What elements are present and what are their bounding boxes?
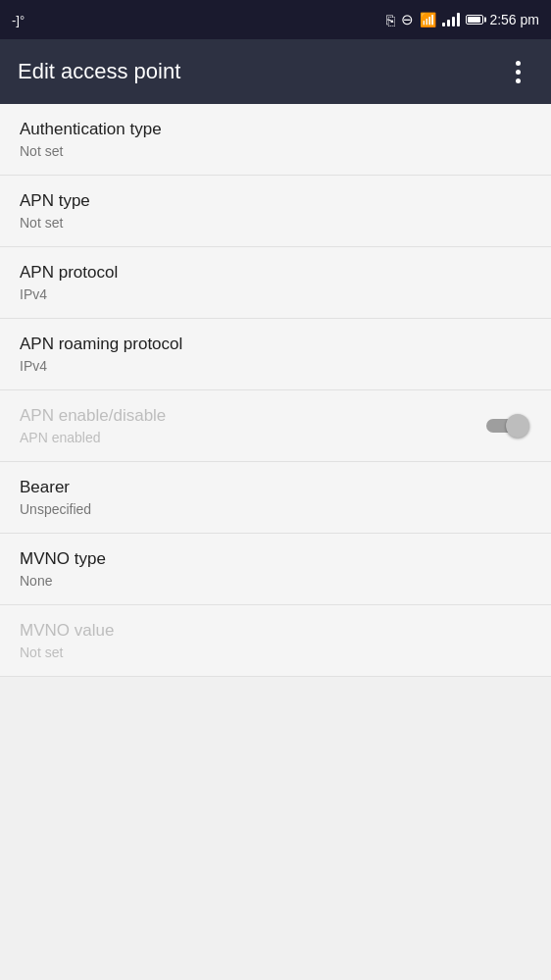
list-item-value-mvno-value: Not set: [20, 645, 531, 660]
list-item-text-mvno-value: MVNO valueNot set: [20, 621, 531, 660]
list-item-label-mvno-type: MVNO type: [20, 549, 531, 569]
list-item-apn-protocol[interactable]: APN protocolIPv4: [0, 247, 551, 319]
list-item-label-authentication-type: Authentication type: [20, 120, 531, 139]
list-item-text-apn-type: APN typeNot set: [20, 191, 531, 231]
header: Edit access point: [0, 39, 551, 104]
list-item-label-apn-type: APN type: [20, 191, 531, 211]
list-item-value-bearer: Unspecified: [20, 501, 531, 517]
list-item-text-authentication-type: Authentication typeNot set: [20, 120, 531, 159]
list-item-label-apn-roaming-protocol: APN roaming protocol: [20, 335, 531, 354]
list-item-value-mvno-type: None: [20, 573, 531, 589]
status-bar-left: -]°: [12, 13, 25, 27]
list-item-authentication-type[interactable]: Authentication typeNot set: [0, 104, 551, 176]
list-item-text-apn-protocol: APN protocolIPv4: [20, 263, 531, 302]
list-item-apn-roaming-protocol[interactable]: APN roaming protocolIPv4: [0, 319, 551, 390]
menu-dot-3: [516, 78, 521, 83]
toggle-container-apn-enable-disable: [480, 411, 531, 440]
status-bar-right: ⎘ ⊖ 📶 2:56 pm: [386, 11, 539, 28]
list-item-value-apn-enable-disable: APN enabled: [20, 430, 480, 445]
status-bar: -]° ⎘ ⊖ 📶 2:56 pm: [0, 0, 551, 39]
list-item-label-apn-enable-disable: APN enable/disable: [20, 406, 480, 426]
list-item-value-apn-roaming-protocol: IPv4: [20, 358, 531, 374]
settings-list: Authentication typeNot setAPN typeNot se…: [0, 104, 551, 677]
list-item-value-apn-type: Not set: [20, 215, 531, 231]
toggle-thumb-apn-enable-disable: [506, 414, 529, 438]
menu-dot-2: [516, 70, 521, 75]
minus-circle-icon: ⊖: [401, 11, 414, 28]
list-item-apn-type[interactable]: APN typeNot set: [0, 176, 551, 247]
status-left-text: -]°: [12, 13, 25, 27]
list-item-value-authentication-type: Not set: [20, 143, 531, 159]
battery-icon: [466, 15, 483, 25]
status-time: 2:56 pm: [489, 12, 539, 27]
bluetooth-icon: ⎘: [386, 12, 395, 28]
signal-bars-icon: [442, 13, 460, 26]
list-item-text-apn-enable-disable: APN enable/disableAPN enabled: [20, 406, 480, 445]
list-item-apn-enable-disable: APN enable/disableAPN enabled: [0, 390, 551, 462]
list-item-value-apn-protocol: IPv4: [20, 286, 531, 302]
list-item-text-bearer: BearerUnspecified: [20, 478, 531, 517]
list-item-label-mvno-value: MVNO value: [20, 621, 531, 641]
menu-dot-1: [516, 61, 521, 66]
list-item-text-apn-roaming-protocol: APN roaming protocolIPv4: [20, 335, 531, 374]
list-item-mvno-type[interactable]: MVNO typeNone: [0, 534, 551, 605]
vibrate-icon: 📶: [420, 12, 436, 27]
toggle-apn-enable-disable[interactable]: [480, 411, 531, 440]
more-options-button[interactable]: [502, 56, 533, 87]
list-item-label-bearer: Bearer: [20, 478, 531, 497]
list-item-text-mvno-type: MVNO typeNone: [20, 549, 531, 589]
page-title: Edit access point: [18, 59, 180, 84]
list-item-bearer[interactable]: BearerUnspecified: [0, 462, 551, 534]
list-item-mvno-value: MVNO valueNot set: [0, 605, 551, 677]
list-item-label-apn-protocol: APN protocol: [20, 263, 531, 283]
